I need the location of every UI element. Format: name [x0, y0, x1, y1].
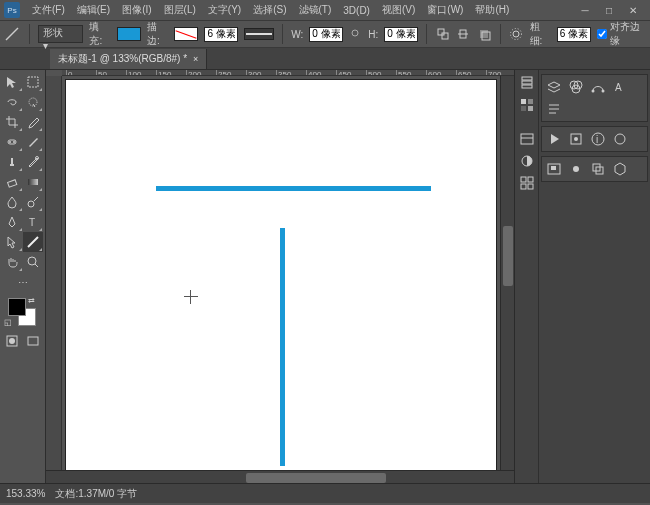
width-field[interactable] — [309, 27, 343, 42]
menu-edit[interactable]: 编辑(E) — [71, 1, 116, 19]
menu-help[interactable]: 帮助(H) — [469, 1, 515, 19]
svg-rect-29 — [521, 106, 526, 111]
menu-3d[interactable]: 3D(D) — [337, 3, 376, 18]
zoom-field[interactable]: 153.33% — [6, 488, 45, 499]
window-maximize-icon[interactable]: □ — [602, 5, 616, 16]
align-edges-checkbox[interactable]: 对齐边缘 — [597, 20, 646, 48]
close-tab-icon[interactable]: × — [193, 54, 198, 64]
path-align-icon[interactable] — [456, 26, 471, 42]
info-panel-icon[interactable]: i — [589, 130, 607, 148]
canvas-viewport[interactable] — [62, 76, 500, 470]
adjustments-panel-icon[interactable] — [518, 152, 536, 170]
shape-vertical-line[interactable] — [280, 228, 285, 466]
marquee-tool[interactable] — [23, 72, 44, 92]
paths-panel-icon[interactable] — [589, 78, 607, 96]
weight2-field[interactable] — [557, 27, 591, 42]
path-select-tool[interactable] — [2, 232, 23, 252]
edit-toolbar-icon[interactable]: ⋯ — [2, 272, 43, 292]
stroke-swatch[interactable] — [174, 27, 198, 41]
navigator-panel-icon[interactable] — [545, 160, 563, 178]
clone-panel-icon[interactable] — [589, 160, 607, 178]
color-panel-icon[interactable] — [611, 130, 629, 148]
stroke-style-select[interactable] — [244, 28, 274, 40]
menu-type[interactable]: 文字(Y) — [202, 1, 247, 19]
svg-rect-35 — [528, 177, 533, 182]
foreground-color-swatch[interactable] — [8, 298, 26, 316]
heal-tool[interactable] — [2, 132, 23, 152]
pen-tool[interactable] — [2, 212, 23, 232]
menu-filter[interactable]: 滤镜(T) — [293, 1, 338, 19]
character-panel-icon[interactable]: A — [611, 78, 629, 96]
menu-layer[interactable]: 图层(L) — [158, 1, 202, 19]
fill-swatch[interactable] — [117, 27, 141, 41]
canvas-zone: 0 50 100 150 200 250 300 350 400 450 500… — [46, 70, 514, 483]
shape-horizontal-line[interactable] — [156, 186, 431, 191]
layers-panel-icon[interactable] — [545, 78, 563, 96]
svg-rect-54 — [551, 166, 556, 170]
menu-window[interactable]: 窗口(W) — [421, 1, 469, 19]
3d-panel-icon[interactable] — [611, 160, 629, 178]
window-minimize-icon[interactable]: ─ — [578, 5, 592, 16]
type-tool[interactable]: T — [23, 212, 44, 232]
zoom-tool[interactable] — [23, 252, 44, 272]
stamp-tool[interactable] — [2, 152, 23, 172]
paragraph-panel-icon[interactable] — [545, 100, 563, 118]
properties-panel-icon[interactable] — [518, 130, 536, 148]
brush-tool[interactable] — [23, 132, 44, 152]
ruler-vertical[interactable] — [46, 76, 62, 470]
blur-tool[interactable] — [2, 192, 23, 212]
actions-panel-icon[interactable] — [545, 130, 563, 148]
stroke-label: 描边: — [147, 20, 168, 48]
quickmask-icon[interactable] — [2, 332, 23, 350]
link-wh-icon[interactable] — [349, 27, 362, 41]
styles-panel-icon[interactable] — [567, 130, 585, 148]
lasso-tool[interactable] — [2, 92, 23, 112]
window-close-icon[interactable]: ✕ — [626, 5, 640, 16]
menu-view[interactable]: 视图(V) — [376, 1, 421, 19]
shape-mode-select[interactable]: 形状 ▾ — [38, 25, 84, 43]
svg-point-49 — [574, 137, 578, 141]
options-bar: 形状 ▾ 填充: 描边: W: H: 粗细: 对齐边缘 — [0, 20, 650, 48]
canvas[interactable] — [66, 80, 496, 470]
brushes-panel-icon[interactable] — [567, 160, 585, 178]
scrollbar-horizontal[interactable] — [46, 470, 514, 483]
move-tool[interactable] — [2, 72, 23, 92]
svg-marker-47 — [551, 134, 559, 144]
quick-select-tool[interactable] — [23, 92, 44, 112]
svg-point-55 — [573, 166, 579, 172]
doc-info[interactable]: 文档:1.37M/0 字节 — [55, 487, 137, 501]
path-ops-icon[interactable] — [435, 26, 450, 42]
default-colors-icon[interactable]: ◱ — [4, 318, 12, 327]
scrollbar-vertical[interactable] — [500, 76, 514, 470]
svg-rect-15 — [8, 180, 17, 187]
document-tab[interactable]: 未标题-1 @ 133%(RGB/8#) * × — [50, 49, 207, 69]
svg-point-7 — [513, 31, 519, 37]
history-panel-icon[interactable] — [518, 74, 536, 92]
libraries-panel-icon[interactable] — [518, 174, 536, 192]
swatches-panel-icon[interactable] — [518, 96, 536, 114]
work-area: T ⋯ ⇄ ◱ 0 50 100 150 200 250 — [0, 70, 650, 483]
screenmode-icon[interactable] — [23, 332, 44, 350]
height-field[interactable] — [384, 27, 418, 42]
menu-select[interactable]: 选择(S) — [247, 1, 292, 19]
dodge-tool[interactable] — [23, 192, 44, 212]
svg-text:i: i — [596, 134, 598, 145]
fill-label: 填充: — [89, 20, 110, 48]
swap-colors-icon[interactable]: ⇄ — [28, 296, 35, 305]
stroke-weight-field[interactable] — [204, 27, 238, 42]
path-arrange-icon[interactable] — [477, 26, 492, 42]
svg-rect-28 — [528, 99, 533, 104]
crop-tool[interactable] — [2, 112, 23, 132]
svg-rect-9 — [28, 77, 38, 87]
channels-panel-icon[interactable] — [567, 78, 585, 96]
menu-file[interactable]: 文件(F) — [26, 1, 71, 19]
line-tool[interactable] — [23, 232, 44, 252]
eyedropper-tool[interactable] — [23, 112, 44, 132]
gradient-tool[interactable] — [23, 172, 44, 192]
eraser-tool[interactable] — [2, 172, 23, 192]
gear-icon[interactable] — [509, 26, 524, 42]
history-brush-tool[interactable] — [23, 152, 44, 172]
menu-image[interactable]: 图像(I) — [116, 1, 157, 19]
svg-rect-23 — [28, 337, 38, 345]
hand-tool[interactable] — [2, 252, 23, 272]
